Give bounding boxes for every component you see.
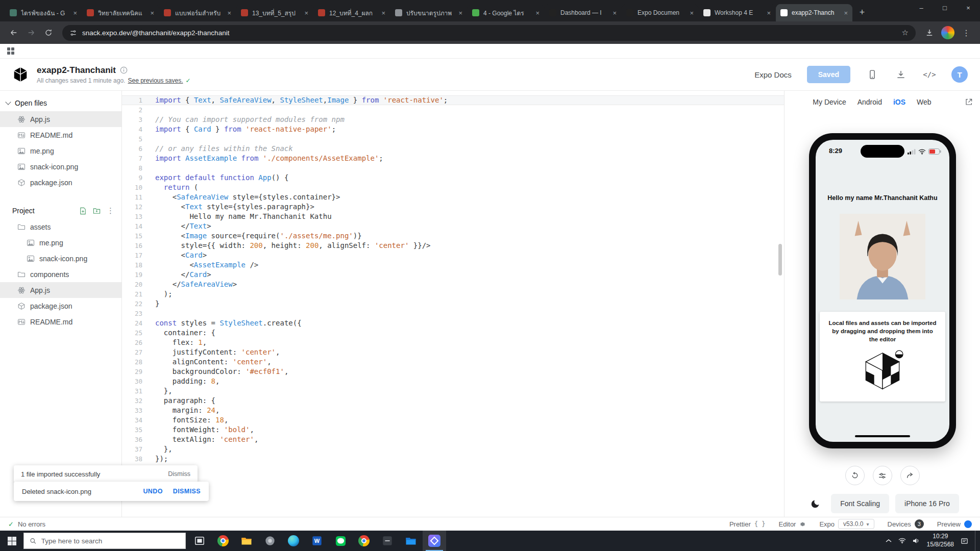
taskbar-app-word[interactable]: W: [305, 531, 329, 551]
run-on-device-icon[interactable]: [866, 68, 879, 81]
project-section-header[interactable]: Project ⋮: [0, 203, 121, 219]
open-preview-button[interactable]: [900, 466, 920, 485]
code-line[interactable]: 26 flex: 1,: [122, 338, 784, 347]
code-line[interactable]: 34 fontSize: 18,: [122, 415, 784, 425]
previous-saves-link[interactable]: See previous saves.: [128, 77, 183, 84]
browser-tab[interactable]: 13_บทที่_5_สรุป ×: [236, 4, 313, 21]
toast-dismiss-button[interactable]: DISMISS: [173, 488, 201, 495]
project-tree-item[interactable]: me.png: [0, 235, 121, 251]
code-line[interactable]: 24const styles = StyleSheet.create({: [122, 318, 784, 328]
downloads-icon[interactable]: [922, 25, 937, 40]
tab-close-icon[interactable]: ×: [304, 9, 308, 17]
tab-close-icon[interactable]: ×: [535, 9, 540, 17]
taskbar-app-app-gray[interactable]: [258, 531, 282, 551]
project-tree-item[interactable]: components: [0, 266, 121, 282]
prettier-button[interactable]: Prettier { }: [729, 520, 766, 528]
tab-close-icon[interactable]: ×: [227, 9, 231, 17]
code-line[interactable]: 13 Hello my name Mr.Thanchanit Kathu: [122, 212, 784, 221]
open-file-item[interactable]: package.json: [0, 174, 121, 190]
code-line[interactable]: 14 </Text>: [122, 221, 784, 231]
back-button[interactable]: [6, 25, 21, 40]
code-editor[interactable]: 1import { Text, SafeAreaView, StyleSheet…: [122, 91, 784, 517]
tab-close-icon[interactable]: ×: [458, 9, 462, 17]
export-download-icon[interactable]: [894, 68, 908, 81]
preview-settings-icon[interactable]: [873, 466, 892, 485]
devices-button[interactable]: Devices 3: [888, 519, 924, 529]
browser-tab[interactable]: แบบฟอร์มสำหรับ ×: [159, 4, 236, 21]
network-icon[interactable]: [898, 538, 906, 544]
open-file-item[interactable]: App.js: [0, 111, 121, 127]
taskbar-app-edge[interactable]: [282, 531, 305, 551]
volume-icon[interactable]: [913, 538, 920, 544]
project-tree-item[interactable]: App.js: [0, 282, 121, 298]
preview-toggle[interactable]: [964, 520, 972, 528]
code-line[interactable]: 1import { Text, SafeAreaView, StyleSheet…: [122, 95, 784, 105]
code-line[interactable]: 28 alignContent: 'center',: [122, 357, 784, 367]
taskbar-search[interactable]: [23, 533, 186, 549]
code-line[interactable]: 22}: [122, 299, 784, 309]
code-line[interactable]: 12 <Text style={styles.paragraph}>: [122, 202, 784, 212]
browser-tab[interactable]: Workshop 4 E ×: [699, 4, 775, 21]
code-line[interactable]: 32 paragraph: {: [122, 396, 784, 406]
import-file-icon[interactable]: [79, 207, 87, 215]
reload-button[interactable]: [41, 25, 56, 40]
device-tab-ios[interactable]: iOS: [893, 98, 905, 106]
code-line[interactable]: 25 container: {: [122, 328, 784, 338]
code-line[interactable]: 31 },: [122, 386, 784, 396]
code-line[interactable]: 10 return (: [122, 183, 784, 192]
browser-tab[interactable]: Expo Documen ×: [622, 4, 698, 21]
open-files-section-header[interactable]: Open files: [0, 95, 121, 111]
taskbar-app-folder-blue[interactable]: [399, 531, 423, 551]
browser-tab[interactable]: 12_บทที่_4_ผลก ×: [313, 4, 390, 21]
browser-tab[interactable]: ไดรฟ์ของฉัน - G ×: [5, 4, 82, 21]
tab-close-icon[interactable]: ×: [844, 9, 848, 17]
sdk-version-select[interactable]: v53.0.0 ▾: [838, 519, 874, 529]
info-icon[interactable]: [120, 66, 128, 74]
tab-close-icon[interactable]: ×: [767, 9, 771, 17]
code-line[interactable]: 5: [122, 134, 784, 144]
taskbar-app-file-explorer[interactable]: [235, 531, 258, 551]
code-line[interactable]: 6// or any files within the Snack: [122, 144, 784, 154]
taskbar-app-chrome[interactable]: [211, 531, 235, 551]
dark-mode-toggle[interactable]: [805, 494, 825, 513]
code-line[interactable]: 20 </SafeAreaView>: [122, 280, 784, 289]
import-folder-icon[interactable]: [93, 207, 101, 215]
bookmark-star-icon[interactable]: ☆: [902, 28, 909, 37]
taskbar-app-snack[interactable]: [423, 531, 446, 551]
taskbar-search-input[interactable]: [41, 537, 180, 545]
browser-menu-icon[interactable]: ⋮: [959, 25, 974, 40]
code-line[interactable]: 33 margin: 24,: [122, 406, 784, 415]
code-line[interactable]: 17 <Card>: [122, 251, 784, 260]
code-line[interactable]: 9export default function App() {: [122, 173, 784, 183]
taskbar-app-line-app[interactable]: [329, 531, 352, 551]
user-avatar[interactable]: T: [951, 66, 968, 83]
browser-tab[interactable]: ปรับขนาดรูปภาพ ×: [390, 4, 467, 21]
browser-tab[interactable]: 4 - Google ไดร ×: [468, 4, 544, 21]
window-maximize-button[interactable]: □: [933, 0, 957, 15]
tab-close-icon[interactable]: ×: [381, 9, 385, 17]
code-line[interactable]: 36 textAlign: 'center',: [122, 435, 784, 444]
project-tree-item[interactable]: package.json: [0, 298, 121, 314]
browser-tab[interactable]: Dashboard — I ×: [545, 4, 621, 21]
code-line[interactable]: 35 fontWeight: 'bold',: [122, 425, 784, 435]
code-line[interactable]: 37 },: [122, 444, 784, 454]
code-line[interactable]: 23: [122, 309, 784, 318]
url-text[interactable]: snack.expo.dev/@thanchanit/exapp2-thanch…: [82, 29, 897, 37]
profile-avatar[interactable]: [941, 26, 954, 39]
font-scaling-button[interactable]: Font Scaling: [831, 494, 889, 513]
taskbar-app-task-view[interactable]: [188, 531, 211, 551]
taskbar-app-chrome-2[interactable]: [352, 531, 376, 551]
window-close-button[interactable]: ×: [957, 0, 980, 15]
project-tree-item[interactable]: README.md: [0, 314, 121, 330]
new-tab-icon[interactable]: +: [855, 5, 869, 19]
code-line[interactable]: 11 <SafeAreaView style={styles.container…: [122, 192, 784, 202]
device-select-button[interactable]: iPhone 16 Pro: [895, 494, 959, 513]
embed-code-icon[interactable]: </>: [923, 68, 936, 81]
tab-close-icon[interactable]: ×: [690, 9, 694, 17]
tab-close-icon[interactable]: ×: [150, 9, 154, 17]
action-center-icon[interactable]: [961, 537, 968, 545]
open-file-item[interactable]: snack-icon.png: [0, 159, 121, 174]
forward-button[interactable]: [23, 25, 39, 40]
apps-grid-icon[interactable]: [7, 47, 14, 55]
show-desktop-strip[interactable]: [975, 531, 978, 551]
